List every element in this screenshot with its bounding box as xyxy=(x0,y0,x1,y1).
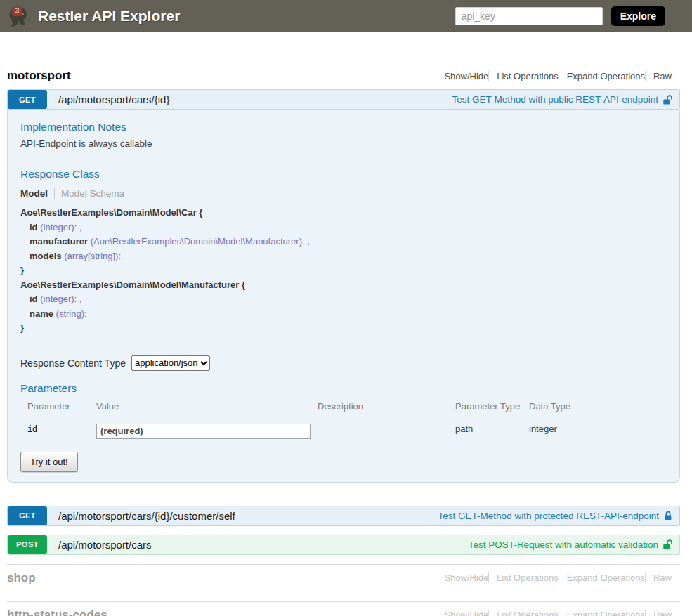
endpoint-header[interactable]: GET /api/motorsport/cars/{id}/customer/s… xyxy=(7,506,680,526)
endpoint-header[interactable]: GET /api/motorsport/cars/{id} Test GET-M… xyxy=(7,89,680,110)
tab-model-schema[interactable]: Model Schema xyxy=(61,188,124,199)
parameter-description xyxy=(318,417,455,442)
signature-line: manufacturer (Aoe\RestlerExamples\Domain… xyxy=(20,235,667,249)
expand-operations-link[interactable]: Expand Operations xyxy=(559,610,645,616)
signature-line: } xyxy=(20,263,667,278)
tab-divider xyxy=(54,188,55,199)
http-method-badge[interactable]: GET xyxy=(8,506,47,525)
header-api-key-form: Explore xyxy=(455,6,665,26)
lock-open-icon xyxy=(662,94,673,105)
section-http-status-codes: http-status-codes Show/Hide List Operati… xyxy=(7,601,680,616)
response-class-title: Response Class xyxy=(20,168,667,181)
list-operations-link[interactable]: List Operations xyxy=(489,610,558,616)
col-value: Value xyxy=(96,399,318,417)
response-content-type-select[interactable]: application/json xyxy=(131,355,210,371)
col-data-type: Data Type xyxy=(529,399,667,417)
parameter-data-type: integer xyxy=(529,417,667,442)
show-hide-link[interactable]: Show/Hide xyxy=(436,610,488,616)
endpoint-test-link[interactable]: Test GET-Method with protected REST-API-… xyxy=(438,510,673,521)
expand-operations-link[interactable]: Expand Operations xyxy=(559,572,645,583)
lock-open-icon xyxy=(662,539,673,550)
restler-logo-icon: 3 xyxy=(6,3,31,30)
spacer xyxy=(7,491,680,506)
parameter-name: id xyxy=(27,424,37,434)
model-signature: Aoe\RestlerExamples\Domain\Model\Car { i… xyxy=(20,206,667,336)
col-parameter: Parameter xyxy=(20,399,96,417)
signature-line: name (string): xyxy=(20,307,667,322)
endpoint-test-link[interactable]: Test GET-Method with public REST-API-end… xyxy=(452,94,673,105)
parameters-title: Parameters xyxy=(20,382,667,395)
section-title-shop[interactable]: shop xyxy=(7,571,36,585)
operation-detail-panel: Implementation Notes API-Endpoint is alw… xyxy=(7,110,680,483)
app-header: 3 Restler API Explorer Explore xyxy=(0,0,692,32)
tab-model[interactable]: Model xyxy=(20,188,48,199)
implementation-notes-title: Implementation Notes xyxy=(20,121,667,133)
parameters-table: Parameter Value Description Parameter Ty… xyxy=(20,399,667,442)
section-controls-http-status-codes: Show/Hide List Operations Expand Operati… xyxy=(436,610,680,616)
section-shop: shop Show/Hide List Operations Expand Op… xyxy=(7,564,680,592)
parameter-value-input[interactable] xyxy=(96,424,311,439)
response-content-type-label: Response Content Type xyxy=(20,358,126,369)
http-method-badge[interactable]: GET xyxy=(8,90,47,109)
raw-link[interactable]: Raw xyxy=(646,71,672,81)
show-hide-link[interactable]: Show/Hide xyxy=(436,71,488,81)
model-tabs: Model Model Schema xyxy=(20,188,667,199)
signature-line: } xyxy=(20,321,667,336)
raw-link[interactable]: Raw xyxy=(646,610,672,616)
parameter-row-id: id path integer xyxy=(20,417,667,442)
explore-button[interactable]: Explore xyxy=(611,6,665,26)
endpoint-path[interactable]: /api/motorsport/cars/{id}/customer/self xyxy=(58,510,235,522)
endpoint-path[interactable]: /api/motorsport/cars/{id} xyxy=(58,93,169,105)
list-operations-link[interactable]: List Operations xyxy=(489,71,558,81)
endpoint-path[interactable]: /api/motorsport/cars xyxy=(58,539,152,551)
section-head-motorsport: motorsport Show/Hide List Operations Exp… xyxy=(7,69,680,83)
signature-line: id (integer): , xyxy=(20,292,667,307)
endpoint-post-cars: POST /api/motorsport/cars Test POST-Requ… xyxy=(7,535,680,555)
api-documentation: motorsport Show/Hide List Operations Exp… xyxy=(0,32,692,616)
endpoint-test-label: Test GET-Method with public REST-API-end… xyxy=(452,94,658,105)
parameter-type: path xyxy=(455,417,529,442)
expand-operations-link[interactable]: Expand Operations xyxy=(559,71,645,81)
endpoint-test-link[interactable]: Test POST-Request with automatic validat… xyxy=(469,539,673,550)
section-title-motorsport[interactable]: motorsport xyxy=(7,69,71,83)
signature-line: models (array[string]): xyxy=(20,249,667,264)
endpoint-test-label: Test POST-Request with automatic validat… xyxy=(469,539,658,550)
list-operations-link[interactable]: List Operations xyxy=(489,572,558,583)
show-hide-link[interactable]: Show/Hide xyxy=(436,572,488,583)
response-content-type-row: Response Content Type application/json xyxy=(20,355,667,371)
endpoint-test-label: Test GET-Method with protected REST-API-… xyxy=(438,511,659,521)
section-controls-motorsport: Show/Hide List Operations Expand Operati… xyxy=(436,71,680,81)
endpoint-header[interactable]: POST /api/motorsport/cars Test POST-Requ… xyxy=(7,535,680,555)
http-method-badge[interactable]: POST xyxy=(8,535,47,554)
logo-badge: 3 xyxy=(12,6,22,16)
signature-line: Aoe\RestlerExamples\Domain\Model\Manufac… xyxy=(20,278,667,293)
section-controls-shop: Show/Hide List Operations Expand Operati… xyxy=(436,572,680,583)
signature-line: id (integer): , xyxy=(20,221,667,235)
col-parameter-type: Parameter Type xyxy=(455,399,529,417)
endpoint-get-cars-id: GET /api/motorsport/cars/{id} Test GET-M… xyxy=(7,89,680,483)
signature-line: Aoe\RestlerExamples\Domain\Model\Car { xyxy=(20,206,667,221)
app-title: Restler API Explorer xyxy=(38,8,180,25)
section-title-http-status-codes[interactable]: http-status-codes xyxy=(7,608,107,616)
parameters-table-header: Parameter Value Description Parameter Ty… xyxy=(20,399,667,417)
raw-link[interactable]: Raw xyxy=(646,572,672,583)
implementation-notes-text: API-Endpoint is always callable xyxy=(20,138,667,149)
lock-closed-icon xyxy=(663,510,673,521)
api-key-input[interactable] xyxy=(455,7,603,25)
col-description: Description xyxy=(318,399,455,417)
endpoint-get-customer-self: GET /api/motorsport/cars/{id}/customer/s… xyxy=(7,506,680,526)
try-it-out-button[interactable]: Try it out! xyxy=(20,452,78,472)
